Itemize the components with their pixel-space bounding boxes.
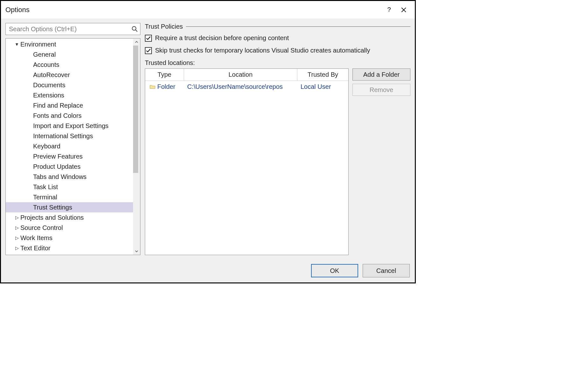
close-icon: [401, 7, 407, 13]
tree-item[interactable]: Preview Features: [6, 151, 133, 161]
tree-item[interactable]: Extensions: [6, 90, 133, 100]
require-decision-row[interactable]: Require a trust decision before opening …: [145, 34, 410, 42]
tree-item-label: Environment: [20, 41, 56, 48]
chevron-down-icon: ▼: [14, 42, 20, 47]
tree-item-label: Keyboard: [33, 143, 60, 150]
tree-item-label: Trust Settings: [33, 204, 72, 211]
cell-type: Folder: [157, 83, 175, 90]
check-icon: [146, 48, 151, 53]
tree-item-label: Import and Export Settings: [33, 122, 109, 130]
svg-point-0: [132, 26, 136, 30]
folder-icon: [150, 84, 155, 89]
tree-scrollbar[interactable]: [133, 39, 140, 255]
scroll-thumb[interactable]: [133, 46, 138, 173]
tree-item[interactable]: AutoRecover: [6, 70, 133, 80]
close-button[interactable]: [396, 3, 411, 17]
skip-temp-checkbox[interactable]: [145, 47, 152, 54]
tree-item[interactable]: Documents: [6, 80, 133, 90]
check-icon: [146, 36, 151, 41]
search-box[interactable]: [5, 23, 140, 35]
col-header-location[interactable]: Location: [184, 69, 297, 81]
tree-item-label: Terminal: [33, 194, 57, 201]
add-folder-button[interactable]: Add a Folder: [352, 68, 410, 81]
tree-item-label: General: [33, 51, 56, 58]
tree-item[interactable]: ▷Text Editor: [6, 243, 133, 253]
remove-button: Remove: [352, 84, 410, 96]
right-pane: Trust Policies Require a trust decision …: [145, 23, 410, 255]
cell-trusted-by: Local User: [297, 83, 348, 90]
locations-area: Type Location Trusted By FolderC:\Users\…: [145, 68, 410, 255]
tree-item[interactable]: Find and Replace: [6, 100, 133, 110]
tree-item[interactable]: ▷Source Control: [6, 223, 133, 233]
dialog-title: Options: [5, 6, 382, 14]
svg-line-1: [136, 30, 138, 32]
require-decision-label: Require a trust decision before opening …: [155, 34, 289, 42]
tree-item-label: Tabs and Windows: [33, 173, 87, 181]
options-dialog: Options ? ▼EnvironmentGeneralAccountsAut…: [0, 0, 416, 283]
tree-item-label: Accounts: [33, 61, 59, 68]
col-header-trusted-by[interactable]: Trusted By: [297, 69, 348, 81]
grid-body: FolderC:\Users\UserName\source\reposLoca…: [145, 81, 348, 255]
tree-item[interactable]: ▷Work Items: [6, 233, 133, 243]
tree-item-label: Work Items: [20, 234, 53, 242]
tree-item[interactable]: Accounts: [6, 60, 133, 70]
chevron-up-icon: [135, 40, 138, 44]
cancel-button[interactable]: Cancel: [363, 264, 410, 277]
trusted-locations-grid[interactable]: Type Location Trusted By FolderC:\Users\…: [145, 68, 349, 255]
chevron-right-icon: ▷: [14, 215, 20, 220]
scroll-up-button[interactable]: [133, 39, 140, 46]
ok-button[interactable]: OK: [311, 264, 358, 277]
tree-item[interactable]: Terminal: [6, 192, 133, 202]
tree-item-label: Task List: [33, 183, 58, 191]
trusted-locations-label: Trusted locations:: [145, 59, 410, 67]
tree-item-label: AutoRecover: [33, 71, 70, 79]
tree-item[interactable]: Fonts and Colors: [6, 110, 133, 121]
skip-temp-label: Skip trust checks for temporary location…: [155, 47, 370, 54]
trust-policies-group: Trust Policies: [145, 23, 410, 30]
col-header-type[interactable]: Type: [145, 69, 184, 81]
tree-item[interactable]: ▷Projects and Solutions: [6, 212, 133, 223]
search-icon: [131, 25, 138, 32]
tree-item-label: Documents: [33, 82, 65, 89]
dialog-footer: OK Cancel: [1, 260, 415, 282]
left-pane: ▼EnvironmentGeneralAccountsAutoRecoverDo…: [5, 23, 140, 255]
tree-item-label: International Settings: [33, 132, 93, 140]
tree-item[interactable]: Product Updates: [6, 161, 133, 172]
help-icon: ?: [387, 6, 391, 13]
tree-item[interactable]: ▼Environment: [6, 39, 133, 49]
tree-item-label: Extensions: [33, 92, 64, 99]
chevron-right-icon: ▷: [14, 235, 20, 240]
grid-buttons: Add a Folder Remove: [352, 68, 410, 96]
dialog-body: ▼EnvironmentGeneralAccountsAutoRecoverDo…: [1, 18, 415, 260]
tree-item-label: Text Editor: [20, 245, 50, 252]
cell-location: C:\Users\UserName\source\repos: [184, 83, 297, 90]
tree-item[interactable]: General: [6, 49, 133, 60]
tree-item[interactable]: International Settings: [6, 131, 133, 141]
group-label: Trust Policies: [145, 23, 183, 30]
tree-item-selected[interactable]: Trust Settings: [6, 202, 133, 212]
chevron-right-icon: ▷: [14, 225, 20, 230]
tree-item-label: Preview Features: [33, 153, 83, 160]
require-decision-checkbox[interactable]: [145, 35, 152, 42]
chevron-right-icon: ▷: [14, 246, 20, 251]
options-tree[interactable]: ▼EnvironmentGeneralAccountsAutoRecoverDo…: [5, 38, 140, 255]
group-divider: [186, 26, 410, 27]
scroll-track[interactable]: [133, 46, 140, 248]
tree-item-label: Projects and Solutions: [20, 214, 84, 221]
titlebar: Options ?: [1, 1, 415, 18]
scroll-down-button[interactable]: [133, 248, 140, 255]
table-row[interactable]: FolderC:\Users\UserName\source\reposLoca…: [145, 81, 348, 92]
tree-item-label: Product Updates: [33, 163, 81, 170]
search-input[interactable]: [8, 25, 131, 33]
tree-item[interactable]: Import and Export Settings: [6, 121, 133, 131]
tree-item[interactable]: Tabs and Windows: [6, 172, 133, 182]
tree-item[interactable]: Task List: [6, 182, 133, 192]
grid-header: Type Location Trusted By: [145, 69, 348, 81]
tree-item-label: Find and Replace: [33, 102, 83, 109]
tree-item-label: Fonts and Colors: [33, 112, 82, 119]
help-button[interactable]: ?: [382, 3, 396, 17]
chevron-down-icon: [135, 249, 138, 253]
skip-temp-row[interactable]: Skip trust checks for temporary location…: [145, 47, 410, 54]
tree-item[interactable]: Keyboard: [6, 141, 133, 151]
tree-item-label: Source Control: [20, 224, 63, 232]
